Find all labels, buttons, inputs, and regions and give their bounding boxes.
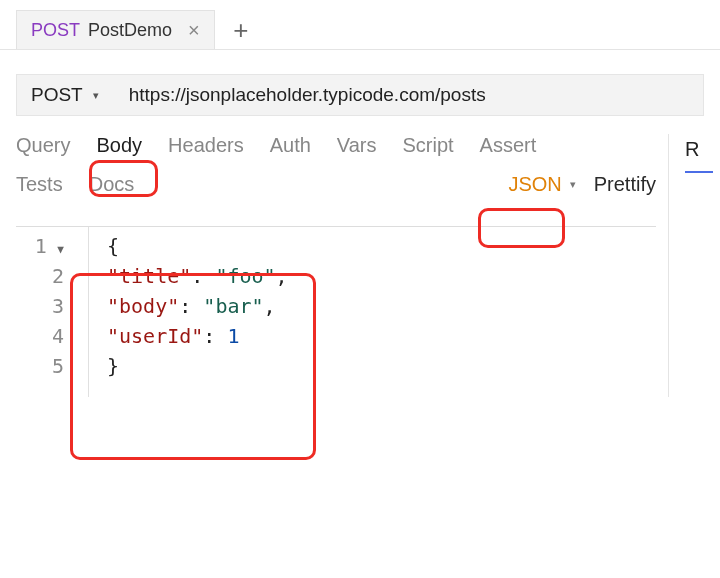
body-type-dropdown[interactable]: JSON ▾ [508,173,575,196]
url-input[interactable]: https://jsonplaceholder.typicode.com/pos… [129,84,693,106]
prettify-button[interactable]: Prettify [594,173,656,196]
url-bar: POST ▾ https://jsonplaceholder.typicode.… [16,74,704,116]
tab-tests[interactable]: Tests [16,173,63,196]
tab-headers[interactable]: Headers [168,134,244,157]
response-tab[interactable]: R [685,138,699,160]
tab-auth[interactable]: Auth [270,134,311,157]
code-line[interactable]: { [107,231,288,261]
chevron-down-icon: ▾ [570,178,576,191]
request-tab[interactable]: POST PostDemo × [16,10,215,49]
request-subtabs-row2: Tests Docs JSON ▾ Prettify [16,173,656,196]
gutter-line: 5 [16,351,64,381]
tab-strip: POST PostDemo × + [0,0,720,50]
new-tab-button[interactable]: + [219,10,263,49]
chevron-down-icon: ▾ [93,89,99,102]
tab-assert[interactable]: Assert [480,134,537,157]
gutter-line: 3 [16,291,64,321]
editor-gutter: 1 ▼2345 [16,227,88,397]
fold-icon[interactable]: ▼ [51,243,64,256]
gutter-line: 4 [16,321,64,351]
code-line[interactable]: } [107,351,288,381]
response-tab-indicator [685,171,713,173]
request-subtabs: Query Body Headers Auth Vars Script Asse… [16,134,636,157]
tab-method: POST [31,20,80,41]
tab-script[interactable]: Script [402,134,453,157]
tab-body[interactable]: Body [96,134,142,157]
tab-name: PostDemo [88,20,172,41]
tab-vars[interactable]: Vars [337,134,377,157]
editor-code[interactable]: {"title": "foo","body": "bar","userId": … [88,227,288,397]
gutter-line: 2 [16,261,64,291]
gutter-line: 1 ▼ [16,231,64,261]
code-line[interactable]: "title": "foo", [107,261,288,291]
close-icon[interactable]: × [188,20,200,40]
response-panel: R [668,134,720,397]
code-line[interactable]: "body": "bar", [107,291,288,321]
tab-query[interactable]: Query [16,134,70,157]
body-editor[interactable]: 1 ▼2345 {"title": "foo","body": "bar","u… [16,226,656,397]
body-type-value: JSON [508,173,561,196]
tab-docs[interactable]: Docs [89,173,135,196]
http-method-dropdown[interactable]: POST ▾ [31,84,99,106]
code-line[interactable]: "userId": 1 [107,321,288,351]
http-method-value: POST [31,84,83,106]
